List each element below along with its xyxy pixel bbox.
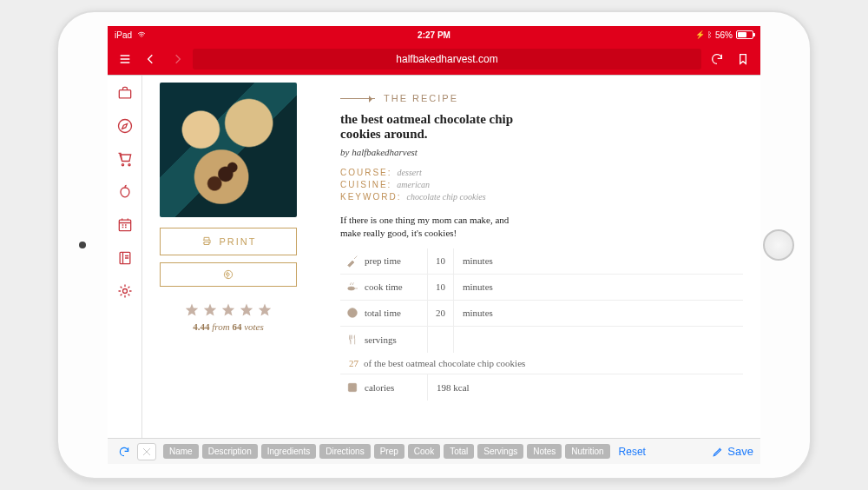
content-area: PRINT 4.44 from 64 — [108, 75, 760, 438]
crop-button[interactable] — [137, 443, 156, 460]
star-icon — [239, 302, 254, 318]
recipe-byline: by halfbakedharvest — [340, 147, 743, 157]
cart-icon[interactable] — [116, 150, 134, 168]
refresh-button[interactable] — [115, 446, 134, 458]
sidebar — [108, 76, 142, 438]
recipe-right-column: THE RECIPE the best oatmeal chocolate ch… — [340, 83, 743, 438]
recipe-page: PRINT 4.44 from 64 — [142, 76, 760, 438]
arrow-icon — [340, 98, 375, 99]
recipe-image — [160, 83, 297, 217]
recipe-title: the best oatmeal chocolate chip cookies … — [340, 112, 523, 142]
row-prep: prep time 10 minutes — [340, 248, 743, 275]
front-camera — [79, 242, 86, 248]
svg-point-8 — [348, 287, 355, 290]
cutlery-icon — [345, 333, 359, 347]
chip-cook[interactable]: Cook — [408, 444, 440, 459]
reset-button[interactable]: Reset — [619, 446, 646, 458]
clock: 2:27 PM — [418, 30, 450, 40]
back-button[interactable] — [141, 49, 161, 70]
clock-icon — [345, 306, 359, 320]
row-servings: servings — [340, 327, 743, 353]
svg-point-6 — [122, 289, 127, 294]
time-table: prep time 10 minutes cook time 10 minute… — [340, 248, 743, 353]
chip-nutrition[interactable]: Nutrition — [565, 444, 609, 459]
plus-box-icon — [345, 381, 359, 394]
notebook-icon[interactable] — [116, 249, 134, 267]
printer-icon — [201, 235, 213, 248]
meta-keyword: KEYWORD:chocolate chip cookies — [340, 192, 743, 202]
svg-point-3 — [128, 164, 129, 166]
chip-total[interactable]: Total — [444, 444, 474, 459]
svg-point-1 — [118, 120, 131, 133]
row-calories: calories 198 kcal — [340, 374, 743, 401]
rating-stars[interactable] — [160, 302, 297, 318]
pan-icon — [345, 280, 359, 294]
wifi-icon — [136, 30, 147, 39]
browser-toolbar: halfbakedharvest.com — [108, 43, 760, 75]
meta-course: COURSE:dessert — [340, 168, 743, 177]
forward-button[interactable] — [167, 49, 187, 70]
svg-rect-0 — [119, 90, 130, 98]
pinterest-button[interactable] — [160, 262, 297, 287]
url-text: halfbakedharvest.com — [396, 53, 497, 65]
row-total: total time 20 minutes — [340, 301, 743, 327]
meta-cuisine: CUISINE:american — [340, 180, 743, 189]
battery-icon — [736, 30, 753, 39]
save-button[interactable]: Save — [712, 445, 753, 458]
field-toolbar: Name Description Ingredients Directions … — [108, 438, 760, 464]
chip-prep[interactable]: Prep — [374, 444, 404, 459]
section-label: THE RECIPE — [384, 93, 458, 103]
pinterest-icon — [222, 268, 234, 281]
reload-button[interactable] — [707, 49, 727, 70]
rating-text: 4.44 from 64 votes — [160, 321, 297, 332]
chip-notes[interactable]: Notes — [527, 444, 562, 459]
url-bar[interactable]: halfbakedharvest.com — [193, 49, 701, 70]
screen: iPad 2:27 PM ⚡ ᛒ 56% halfbakedharvest.co… — [108, 26, 760, 464]
bluetooth-icon: ⚡ ᛒ — [695, 30, 712, 39]
recipe-left-column: PRINT 4.44 from 64 — [160, 83, 297, 438]
print-button[interactable]: PRINT — [160, 228, 297, 255]
star-icon — [202, 302, 218, 318]
save-label: Save — [727, 445, 753, 458]
menu-button[interactable] — [115, 49, 135, 70]
ipad-frame: iPad 2:27 PM ⚡ ᛒ 56% halfbakedharvest.co… — [56, 10, 812, 480]
bookmark-button[interactable] — [733, 49, 753, 70]
servings-detail: 27of the best oatmeal chocolate chip coo… — [340, 353, 743, 374]
briefcase-icon[interactable] — [116, 84, 134, 102]
chip-directions[interactable]: Directions — [319, 444, 370, 459]
home-button[interactable] — [763, 229, 794, 261]
battery-pct: 56% — [715, 30, 733, 40]
calendar-icon[interactable] — [116, 216, 134, 234]
chip-servings[interactable]: Servings — [477, 444, 523, 459]
status-bar: iPad 2:27 PM ⚡ ᛒ 56% — [108, 26, 760, 43]
star-icon — [257, 302, 273, 318]
chip-description[interactable]: Description — [202, 444, 258, 459]
star-icon — [184, 302, 200, 318]
gear-icon[interactable] — [116, 282, 134, 300]
print-label: PRINT — [220, 236, 257, 247]
device-label: iPad — [115, 30, 132, 40]
row-cook: cook time 10 minutes — [340, 275, 743, 301]
pencil-icon — [712, 446, 724, 458]
chip-name[interactable]: Name — [163, 444, 199, 459]
apple-icon[interactable] — [116, 183, 134, 201]
star-icon — [220, 302, 236, 318]
knife-icon — [345, 254, 359, 268]
svg-point-2 — [122, 164, 123, 166]
chip-ingredients[interactable]: Ingredients — [261, 444, 316, 459]
section-heading: THE RECIPE — [340, 93, 743, 103]
recipe-description: If there is one thing my mom can make, a… — [340, 214, 523, 240]
compass-icon[interactable] — [116, 117, 134, 135]
